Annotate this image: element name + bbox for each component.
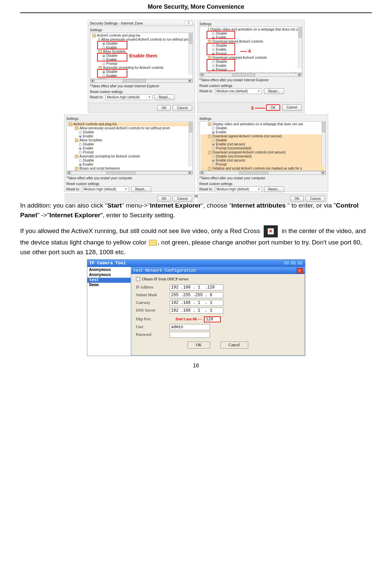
ok-button[interactable]: OK [157, 105, 171, 111]
radio-disable[interactable] [212, 155, 215, 158]
cancel-button[interactable]: Cancel [220, 342, 248, 349]
security-settings-dialog-2: Settings Display video and animation on … [197, 20, 305, 113]
scrollbar-h[interactable]: ◄► [67, 171, 193, 175]
scrollbar-v[interactable] [298, 27, 302, 69]
scrollbar-v[interactable] [321, 122, 325, 167]
mask-input[interactable] [170, 292, 223, 298]
ip-input[interactable] [170, 284, 223, 290]
scrollbar-v[interactable] [188, 122, 192, 167]
close-icon[interactable]: ✕ [297, 268, 303, 273]
port-label: Http Port [136, 317, 170, 322]
settings-label: Settings [67, 117, 193, 121]
radio-enable[interactable] [212, 131, 215, 134]
radio-prompt[interactable] [79, 151, 82, 154]
radio-enable[interactable] [212, 159, 215, 162]
cancel-button[interactable]: Cancel [306, 196, 325, 201]
radio-enable[interactable] [212, 143, 215, 146]
settings-tree[interactable]: ActiveX controls and plug-ins Allow prev… [67, 121, 193, 171]
reset-button[interactable]: Reset... [264, 186, 284, 192]
user-input[interactable] [170, 324, 210, 330]
radio-disable[interactable] [79, 131, 82, 134]
network-config-dialog: test Network Configuration ✕ Obtain IP f… [131, 267, 305, 356]
settings-tree[interactable]: Display video and animation on a webpage… [200, 121, 326, 171]
password-label: Password [136, 332, 170, 337]
list-item[interactable]: Anonymous [87, 268, 131, 273]
reset-combo[interactable]: Medium-high (default)▼ [215, 186, 262, 192]
reset-to-label: Reset to: [200, 187, 213, 191]
reset-to-label: Reset to: [200, 89, 213, 93]
restart-note: *Takes effect after you restart your com… [200, 176, 326, 180]
reset-combo[interactable]: Medium-low (default)▼ [215, 88, 262, 94]
radio-prompt[interactable] [212, 163, 215, 166]
list-item[interactable]: Demo [87, 283, 131, 288]
list-item[interactable]: Anonymous [87, 273, 131, 278]
radio-disable[interactable] [79, 143, 82, 146]
radio-prompt[interactable] [102, 62, 105, 65]
category-icon [69, 123, 72, 126]
settings-tree[interactable]: ActiveX controls and plug-ins Allow prev… [90, 33, 193, 79]
reset-group: Reset custom settings [67, 182, 193, 186]
ok-button[interactable]: OK [187, 342, 210, 349]
ok-button[interactable]: OK [266, 104, 280, 111]
scrollbar-v[interactable] [188, 33, 192, 75]
dns-input[interactable] [170, 308, 223, 314]
cancel-button[interactable]: Cancel [173, 196, 192, 201]
reset-button[interactable]: Reset... [155, 94, 175, 100]
cancel-button[interactable]: Cancel [173, 105, 192, 111]
scrollbar-h[interactable]: ◄► [200, 73, 302, 77]
radio-enable[interactable] [79, 163, 82, 166]
reset-button[interactable]: Reset... [264, 88, 284, 94]
dont-use-80-annotation: Don't use 80 — [176, 317, 202, 322]
gateway-input[interactable] [170, 300, 223, 306]
radio-enable[interactable] [79, 135, 82, 138]
reset-to-label: Reset to: [90, 95, 103, 99]
instruction-paragraph-2: If you allowed the ActiveX running, but … [20, 225, 372, 257]
camera-list[interactable]: Anonymous Anonymous test Demo [87, 267, 131, 356]
ok-button[interactable]: OK [290, 196, 304, 201]
cancel-button[interactable]: Cancel [282, 104, 301, 111]
settings-label: Settings [200, 22, 302, 26]
port-input[interactable] [204, 316, 221, 322]
red-cross-icon: ✕ [264, 225, 278, 237]
radio-disable[interactable] [212, 127, 215, 130]
yellow-status-icon [149, 240, 157, 246]
radio-disable[interactable] [212, 139, 215, 142]
document-header: More Security, More Convenience [20, 3, 372, 13]
reset-combo[interactable]: Medium-high (default)▼ [82, 186, 129, 192]
radio-prompt[interactable] [212, 147, 215, 150]
red-highlight [207, 31, 235, 39]
reset-group: Reset custom settings [200, 182, 326, 186]
item-icon [98, 78, 102, 79]
reset-button[interactable]: Reset... [131, 186, 151, 192]
settings-label: Settings [90, 28, 193, 32]
list-item-selected[interactable]: test [87, 278, 131, 283]
ip-camera-tool-window: IP Camera Tool Anonymous Anonymous test … [87, 259, 305, 356]
restart-note: *Takes effect after you restart your com… [67, 176, 193, 180]
red-highlight [207, 43, 235, 55]
item-icon [75, 167, 78, 170]
reset-group: Reset custom settings [200, 84, 302, 88]
window-title: IP Camera Tool [89, 261, 126, 266]
dialog-title: Security Settings - Internet Zone [90, 21, 143, 25]
red-highlight-3 [97, 69, 127, 78]
dhcp-label: Obtain IP from DHCP server [142, 277, 189, 282]
password-input[interactable] [170, 332, 210, 338]
scrollbar-h[interactable]: ◄► [90, 79, 193, 83]
close-button[interactable]: × [185, 21, 193, 25]
reset-combo[interactable]: Medium-high (default)▼ [105, 94, 153, 100]
page-number: 16 [20, 363, 372, 369]
red-highlight [207, 59, 235, 71]
settings-tree[interactable]: Display video and animation on a webpage… [200, 27, 302, 73]
item-icon [208, 167, 211, 170]
scrollbar-h[interactable]: ◄► [200, 171, 326, 175]
enable-them-annotation: Enable them [129, 53, 157, 58]
dhcp-checkbox[interactable] [136, 277, 140, 281]
security-settings-dialog-1: Security Settings - Internet Zone× Setti… [88, 20, 195, 113]
radio-enable[interactable] [79, 147, 82, 150]
dialog-title: test Network Configuration [133, 268, 196, 273]
gw-label: Gateway [136, 300, 170, 305]
radio-disable[interactable] [79, 159, 82, 162]
annot-4: 4 [240, 48, 251, 54]
ok-button[interactable]: OK [157, 196, 171, 201]
window-buttons[interactable] [283, 260, 303, 266]
